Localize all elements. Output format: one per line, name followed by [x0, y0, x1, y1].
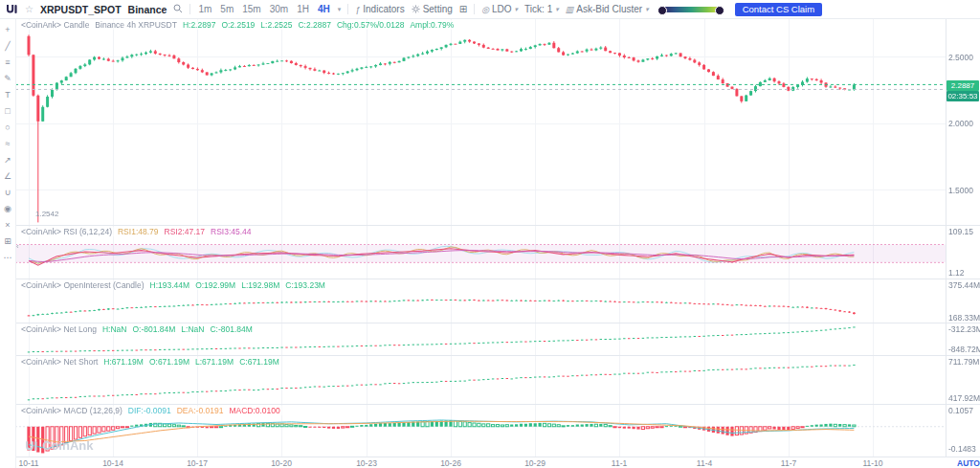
indicators-icon: ƒ — [355, 5, 360, 14]
timeframe-1m[interactable]: 1m — [197, 4, 212, 14]
tick-label: Tick: 1 — [524, 4, 552, 14]
drawing-toolbar: +╱≡✎T□○≈↗∠∪◉×⊞⋯ — [0, 18, 16, 468]
ldo-select[interactable]: ◎ LDO ▾ — [481, 4, 518, 14]
arrow-tool-icon[interactable]: ↗ — [1, 152, 14, 168]
y-axis-label: 168.33M — [948, 313, 980, 323]
y-axis-label: -0.1483 — [948, 444, 976, 454]
spike-low-label: 1.2542 — [35, 210, 58, 218]
fib-retracement-icon[interactable]: ≡ — [1, 55, 14, 71]
y-axis-label: -312.23M — [948, 324, 980, 334]
panel-layout-icon[interactable]: ⊞ — [1, 234, 14, 250]
contact-cs-button[interactable]: Contact CS Claim — [735, 3, 823, 16]
chevron-down-icon: ▾ — [515, 6, 519, 13]
divider — [189, 4, 190, 14]
candle-countdown-badge: 02:35:53 — [947, 91, 979, 101]
y-axis-label: 1.12 — [948, 268, 965, 278]
more-tools-icon[interactable]: ⋯ — [1, 250, 14, 266]
y-axis-label: 109.15 — [948, 227, 973, 236]
rectangle-tool-icon[interactable]: □ — [1, 103, 14, 120]
x-axis-label: 10-29 — [524, 458, 546, 468]
y-axis-label: 417.92M — [948, 393, 980, 403]
trendline-icon[interactable]: ╱ — [1, 38, 14, 55]
panel-collapse-chevron-icon[interactable]: ‹ — [16, 242, 19, 251]
favorite-star-icon[interactable]: ☆ — [25, 4, 33, 14]
ldo-label: LDO — [492, 4, 512, 14]
y-axis-label: 1.5000 — [948, 186, 973, 195]
x-axis-label: 10-17 — [187, 458, 208, 468]
timeframe-1h[interactable]: 1H — [296, 4, 310, 14]
x-axis-label: 10-14 — [102, 458, 123, 468]
setting-label: Setting — [423, 4, 453, 14]
timeframe-4h-active[interactable]: 4H — [317, 4, 331, 14]
last-price-badge: 2.2887 — [947, 80, 979, 91]
topbar: ☆ XRPUSDT_SPOT Binance 1m 5m 15m 30m 1H … — [0, 0, 980, 19]
heatmap-gradient-slider[interactable] — [659, 7, 723, 12]
exchange-name[interactable]: Binance — [128, 4, 167, 15]
auto-scale-toggle[interactable]: AUTO — [957, 458, 980, 468]
divider — [347, 4, 348, 14]
timeframe-5m[interactable]: 5m — [219, 4, 234, 14]
y-axis-label: 375.44M — [948, 280, 980, 290]
x-axis-label: 10-23 — [356, 458, 377, 468]
chevron-down-icon: ▾ — [645, 6, 649, 13]
indicators-label: Indicators — [363, 4, 404, 14]
x-axis-label: 11-4 — [697, 458, 712, 468]
y-axis-label: -848.72M — [948, 345, 980, 354]
tick-select[interactable]: Tick: 1 ▾ — [524, 4, 559, 14]
timeframe-15m[interactable]: 15m — [241, 4, 261, 14]
search-icon[interactable] — [173, 4, 183, 15]
setting-button[interactable]: Setting — [412, 4, 453, 14]
gradient-handle-left[interactable] — [657, 6, 667, 15]
timeframe-30m[interactable]: 30m — [269, 4, 289, 14]
x-axis-label: 11-7 — [781, 458, 796, 468]
brush-icon[interactable]: ✎ — [1, 71, 14, 87]
x-axis-label: 10-11 — [18, 458, 38, 468]
delete-drawing-icon[interactable]: × — [1, 217, 14, 234]
coin-icon: ◎ — [481, 5, 489, 14]
magnet-icon[interactable]: ∪ — [1, 185, 14, 201]
indicators-button[interactable]: ƒ Indicators — [355, 4, 404, 14]
chart-canvas[interactable] — [0, 0, 980, 468]
timeframe-chevron-down-icon[interactable]: ▾ — [338, 6, 342, 13]
ellipse-tool-icon[interactable]: ○ — [1, 120, 14, 136]
y-axis-label: 2.0000 — [948, 119, 973, 128]
crosshair-icon[interactable]: + — [1, 22, 14, 38]
gradient-handle-right[interactable] — [715, 6, 724, 15]
symbol-name[interactable]: XRPUSDT_SPOT — [40, 4, 122, 15]
chevron-down-icon: ▾ — [555, 6, 559, 13]
divider — [474, 4, 475, 14]
gear-icon — [412, 5, 420, 13]
y-axis-label: 711.79M — [948, 357, 979, 367]
askbid-cluster-select[interactable]: ▥ Ask-Bid Cluster ▾ — [566, 4, 649, 14]
time-axis[interactable]: 10-1110-1410-1710-2010-2310-2610-2911-11… — [15, 457, 980, 468]
x-axis-label: 11-10 — [862, 458, 882, 468]
wave-pattern-icon[interactable]: ≈ — [1, 136, 14, 152]
visibility-icon[interactable]: ◉ — [1, 201, 14, 217]
angle-measure-icon[interactable]: ∠ — [1, 168, 14, 185]
coinank-app: ☆ XRPUSDT_SPOT Binance 1m 5m 15m 30m 1H … — [0, 0, 980, 468]
text-tool-icon[interactable]: T — [1, 87, 14, 103]
x-axis-label: 10-26 — [440, 458, 461, 468]
coinank-logo — [6, 3, 18, 15]
x-axis-label: 11-1 — [612, 458, 627, 468]
cluster-icon: ▥ — [566, 5, 574, 14]
x-axis-label: 10-20 — [271, 458, 292, 468]
layout-grid-icon[interactable]: ⊞ — [459, 4, 467, 14]
y-axis-label: 0.1057 — [948, 406, 973, 415]
askbid-cluster-label: Ask-Bid Cluster — [576, 4, 642, 14]
y-axis-label: 2.5000 — [948, 53, 973, 62]
